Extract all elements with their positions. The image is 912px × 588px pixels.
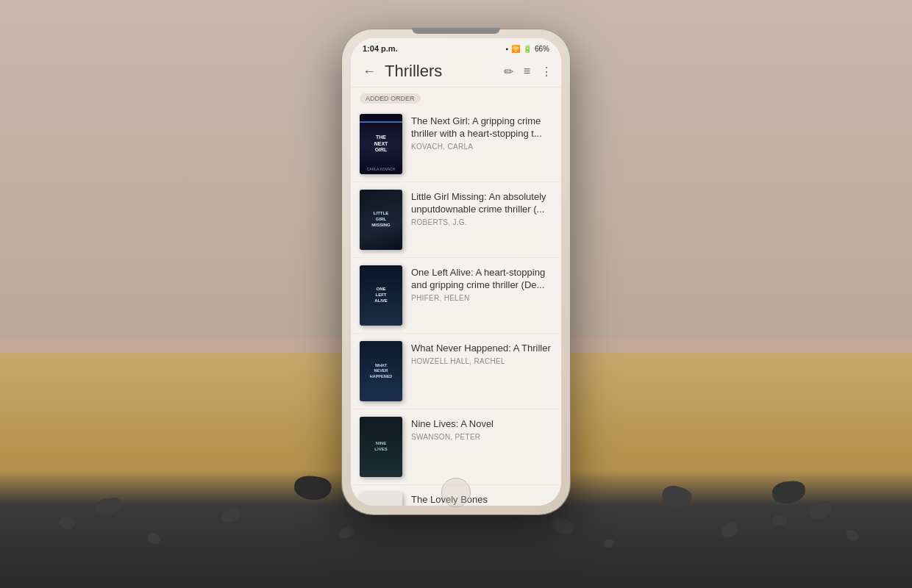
cover-text: NINELIVES [373, 440, 388, 454]
list-item[interactable]: ONELEFTALIVE One Left Alive: A heart-sto… [351, 258, 561, 334]
cover-text: LITTLEGIRLMISSING [370, 209, 391, 229]
cover-text: WHATNEVERHAPPENED [368, 362, 394, 380]
battery-percent: 66% [535, 45, 549, 53]
sort-bar: ADDED ORDER [351, 87, 561, 107]
book-title: The Next Girl: A gripping crime thriller… [411, 115, 552, 140]
list-item[interactable]: THENEXTGIRL CARLA KOVACH The Next Girl: … [351, 107, 561, 182]
wifi-icon: 🛜 [511, 45, 520, 53]
phone-device: 1:04 p.m. ▪ 🛜 🔋 66% ← Thrillers ✏ ≡ ⋮ [342, 29, 570, 514]
book-author: PHIFER, HELEN [411, 294, 552, 302]
app-header: ← Thrillers ✏ ≡ ⋮ [351, 56, 561, 87]
page-title: Thrillers [385, 62, 498, 81]
battery-icon: 🔋 [523, 45, 532, 53]
status-icons: ▪ 🛜 🔋 66% [505, 45, 549, 53]
edit-icon[interactable]: ✏ [504, 65, 513, 79]
book-title: Little Girl Missing: An absolutely unput… [411, 191, 552, 216]
book-author: KOVACH, CARLA [411, 143, 552, 151]
book-info: What Never Happened: A Thriller HOWZELL … [411, 341, 552, 365]
book-title: Nine Lives: A Novel [411, 418, 552, 431]
list-item[interactable]: NINELIVES Nine Lives: A Novel SWANSON, P… [351, 409, 561, 485]
book-cover: NINELIVES [360, 417, 402, 477]
list-item[interactable]: LITTLEGIRLMISSING Little Girl Missing: A… [351, 182, 561, 258]
phone-sensor-bar [412, 28, 500, 34]
phone-screen: 1:04 p.m. ▪ 🛜 🔋 66% ← Thrillers ✏ ≡ ⋮ [351, 38, 561, 506]
status-sim-icon: ▪ [505, 45, 508, 53]
home-button[interactable] [441, 478, 471, 507]
status-bar: 1:04 p.m. ▪ 🛜 🔋 66% [351, 38, 561, 56]
sort-badge[interactable]: ADDED ORDER [360, 93, 421, 104]
cover-author: CARLA KOVACH [367, 167, 396, 171]
book-cover: WHATNEVERHAPPENED [360, 341, 402, 401]
book-author: HOWZELL HALL, RACHEL [411, 357, 552, 365]
header-actions: ✏ ≡ ⋮ [504, 65, 552, 79]
book-info: The Lovely Bones [411, 492, 552, 506]
cover-text: THENEXTGIRL [373, 133, 390, 154]
book-title: One Left Alive: A heart-stopping and gri… [411, 267, 552, 292]
book-title: What Never Happened: A Thriller [411, 343, 552, 355]
book-cover [360, 492, 402, 506]
book-info: The Next Girl: A gripping crime thriller… [411, 114, 552, 151]
book-info: Nine Lives: A Novel SWANSON, PETER [411, 417, 552, 441]
list-item[interactable]: WHATNEVERHAPPENED What Never Happened: A… [351, 334, 561, 409]
book-cover: THENEXTGIRL CARLA KOVACH [360, 114, 402, 174]
book-list[interactable]: THENEXTGIRL CARLA KOVACH The Next Girl: … [351, 107, 561, 506]
cover-text: ONELEFTALIVE [373, 285, 389, 305]
more-options-icon[interactable]: ⋮ [541, 65, 552, 79]
book-info: Little Girl Missing: An absolutely unput… [411, 190, 552, 226]
phone-case: 1:04 p.m. ▪ 🛜 🔋 66% ← Thrillers ✏ ≡ ⋮ [342, 29, 570, 514]
book-info: One Left Alive: A heart-stopping and gri… [411, 265, 552, 302]
book-title: The Lovely Bones [411, 494, 552, 506]
filter-icon[interactable]: ≡ [524, 65, 530, 78]
book-author: ROBERTS, J.G. [411, 218, 552, 226]
back-button[interactable]: ← [360, 62, 379, 81]
status-time: 1:04 p.m. [363, 44, 398, 53]
book-author: SWANSON, PETER [411, 433, 552, 441]
book-cover: LITTLEGIRLMISSING [360, 190, 402, 250]
book-cover: ONELEFTALIVE [360, 265, 402, 326]
